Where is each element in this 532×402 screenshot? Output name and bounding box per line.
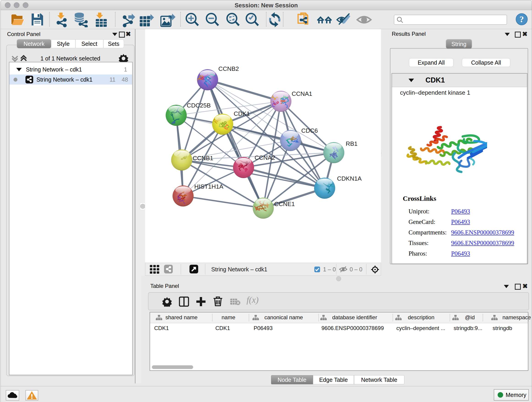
svg-text:CCNA1: CCNA1 bbox=[292, 90, 312, 97]
svg-text:RB1: RB1 bbox=[346, 140, 358, 147]
svg-text:CCNB2: CCNB2 bbox=[218, 65, 239, 72]
svg-text:CCNA2: CCNA2 bbox=[254, 154, 275, 161]
svg-text:CCNE1: CCNE1 bbox=[274, 201, 295, 207]
svg-text:HIST1H1A: HIST1H1A bbox=[194, 183, 223, 190]
svg-text:CDC25B: CDC25B bbox=[187, 102, 211, 109]
svg-text:CDC6: CDC6 bbox=[301, 127, 318, 134]
svg-text:CDKN1A: CDKN1A bbox=[337, 175, 362, 182]
svg-text:CCNB1: CCNB1 bbox=[193, 155, 213, 162]
svg-text:CDK1: CDK1 bbox=[234, 110, 250, 117]
